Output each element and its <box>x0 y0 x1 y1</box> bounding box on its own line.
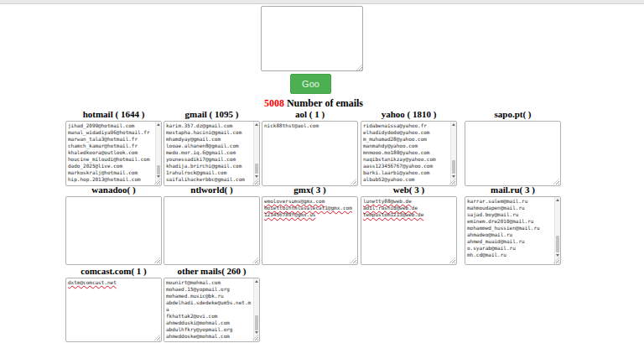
scroll-up-icon[interactable] <box>452 123 455 126</box>
email-group-gmx: gmx( 3 ) emoloversums@gmx.com moiettoint… <box>262 185 358 265</box>
scroll-down-icon[interactable] <box>255 175 258 178</box>
email-list: karrar.salem@mail.ru mahmoudapen@mail.ru… <box>465 197 554 264</box>
group-title-yahoo: yahoo ( 1810 ) <box>361 109 457 120</box>
email-list: jihad_2099@hotmail.com manal_widadiya96@… <box>66 122 155 185</box>
web-textarea[interactable]: lunetty88@web.de adil.rashid@web.de temp… <box>361 196 457 265</box>
group-title-mailru: mail.ru( 3 ) <box>465 185 561 195</box>
scrollbar[interactable] <box>155 122 161 185</box>
email-group-other: other mails( 260 ) mounirt@mohmal.com mo… <box>164 266 260 342</box>
scrollbar-thumb[interactable] <box>255 164 258 174</box>
scrollbar[interactable] <box>554 197 560 264</box>
email-group-wanadoo: wanadoo( ) <box>65 185 162 265</box>
email-group-gmail: gmail ( 1095 ) karim.357.dz@gmail.com mo… <box>164 109 260 186</box>
group-title-sapo: sapo.pt( ) <box>465 109 561 120</box>
page: Goo 5008 Number of emails hotmail ( 1644… <box>0 0 644 364</box>
scrollbar[interactable] <box>253 278 259 341</box>
email-group-sapo: sapo.pt( ) <box>465 109 561 186</box>
group-title-gmx: gmx( 3 ) <box>262 185 358 195</box>
group-title-wanadoo: wanadoo( ) <box>65 185 162 195</box>
email-group-hotmail: hotmail ( 1644 ) jihad_2099@hotmail.com … <box>65 109 162 186</box>
hotmail-textarea[interactable]: jihad_2099@hotmail.com manal_widadiya96@… <box>65 121 162 186</box>
scroll-up-icon[interactable] <box>255 280 258 283</box>
scroll-down-icon[interactable] <box>255 331 258 334</box>
wanadoo-textarea[interactable] <box>65 196 162 265</box>
email-list: lunetty88@web.de adil.rashid@web.de temp… <box>361 197 456 264</box>
email-group-web: web( 3 ) lunetty88@web.de adil.rashid@we… <box>361 185 457 265</box>
scroll-down-icon[interactable] <box>556 254 559 257</box>
email-list: emoloversums@gmx.com moiettointmlasaleca… <box>262 197 357 264</box>
email-list <box>66 197 161 264</box>
scroll-up-icon[interactable] <box>255 123 258 126</box>
scroll-down-icon[interactable] <box>157 175 160 178</box>
email-count-label: Number of emails <box>287 97 363 109</box>
email-list: karim.357.dz@gmail.com mostapha.hacini@g… <box>164 122 253 185</box>
group-title-aol: aol ( 1 ) <box>262 109 358 120</box>
group-title-comcast: comcast.com( 1 ) <box>65 266 162 277</box>
email-group-ntlworld: ntlworld( ) <box>164 185 260 265</box>
email-input-textarea[interactable] <box>261 6 363 71</box>
email-group-comcast: comcast.com( 1 ) dxtm@comcast.net <box>65 266 162 342</box>
go-button[interactable]: Goo <box>290 74 331 94</box>
email-group-yahoo: yahoo ( 1810 ) ridabenaissa@yahoo.fr elh… <box>361 109 457 186</box>
email-group-mailru: mail.ru( 3 ) karrar.salem@mail.ru mahmou… <box>465 185 561 265</box>
main-input-wrapper <box>261 6 363 71</box>
scroll-up-icon[interactable] <box>556 199 559 201</box>
scroll-down-icon[interactable] <box>452 175 455 178</box>
email-group-aol: aol ( 1 ) nick88thst@aol.com <box>262 109 358 186</box>
email-list: nick88thst@aol.com <box>262 122 357 185</box>
gmail-textarea[interactable]: karim.357.dz@gmail.com mostapha.hacini@g… <box>164 121 260 186</box>
email-count-line: 5008 Number of emails <box>0 97 627 110</box>
other-mails-textarea[interactable]: mounirt@mohmal.com mohaed.15@yopmail.org… <box>164 278 260 342</box>
scrollbar[interactable] <box>253 122 259 185</box>
email-count-value: 5008 <box>264 97 284 109</box>
email-list: mounirt@mohmal.com mohaed.15@yopmail.org… <box>164 278 253 341</box>
ntlworld-textarea[interactable] <box>164 196 260 265</box>
group-title-hotmail: hotmail ( 1644 ) <box>65 109 162 120</box>
gmx-textarea[interactable]: emoloversums@gmx.com moiettointmlasaleca… <box>262 196 358 265</box>
email-list <box>164 197 259 264</box>
scrollbar-thumb[interactable] <box>255 315 258 330</box>
scrollbar-thumb[interactable] <box>452 160 455 174</box>
mailru-textarea[interactable]: karrar.salem@mail.ru mahmoudapen@mail.ru… <box>465 196 561 265</box>
scrollbar-thumb[interactable] <box>556 236 559 252</box>
scrollbar-thumb[interactable] <box>157 165 160 174</box>
aol-textarea[interactable]: nick88thst@aol.com <box>262 121 358 186</box>
email-list: dxtm@comcast.net <box>66 278 161 341</box>
yahoo-textarea[interactable]: ridabenaissa@yahoo.fr elhadidydodo@yahoo… <box>361 121 457 186</box>
comcast-textarea[interactable]: dxtm@comcast.net <box>65 278 162 342</box>
top-divider-bar <box>0 0 644 4</box>
sapo-textarea[interactable] <box>465 121 561 186</box>
email-list: ridabenaissa@yahoo.fr elhadidydodo@yahoo… <box>361 122 450 185</box>
group-title-ntlworld: ntlworld( ) <box>164 185 260 195</box>
scrollbar[interactable] <box>450 122 456 185</box>
group-title-other: other mails( 260 ) <box>164 266 260 277</box>
scroll-up-icon[interactable] <box>157 123 160 126</box>
group-title-gmail: gmail ( 1095 ) <box>164 109 260 120</box>
email-list <box>465 122 560 185</box>
group-title-web: web( 3 ) <box>361 185 457 195</box>
